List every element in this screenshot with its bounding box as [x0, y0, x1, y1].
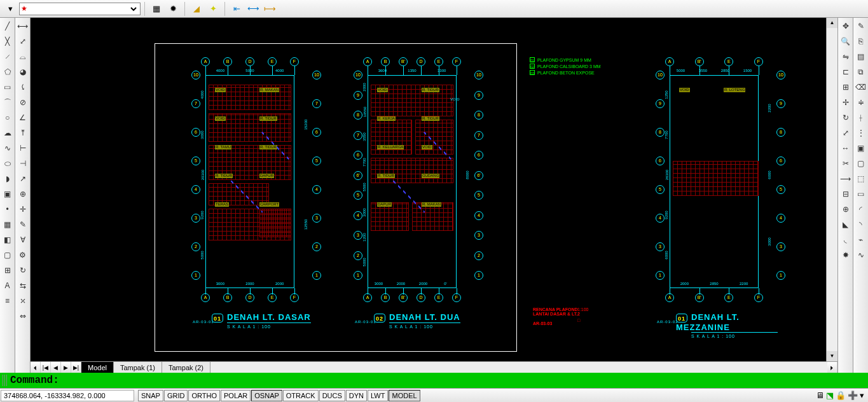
- hatch-icon[interactable]: ▦: [1, 218, 15, 232]
- dim-icon[interactable]: ⟷: [16, 19, 30, 33]
- polygon-icon[interactable]: ⬠: [1, 65, 15, 79]
- tray-lock-icon[interactable]: 🔒: [836, 391, 846, 400]
- layer-select[interactable]: [27, 3, 139, 15]
- circle-icon[interactable]: ○: [1, 111, 15, 125]
- tab-tampak-1-[interactable]: Tampak (1): [114, 362, 162, 373]
- layers2-icon[interactable]: ▤: [854, 50, 868, 64]
- tray-menu-icon[interactable]: ▾: [860, 391, 864, 400]
- chamfer-icon[interactable]: ◣: [839, 218, 853, 232]
- toggle-ortho[interactable]: ORTHO: [188, 390, 220, 401]
- toggle-ducs[interactable]: DUCS: [319, 390, 345, 401]
- command-line[interactable]: Command:: [0, 373, 868, 388]
- vscrollbar[interactable]: ▲ ▼: [826, 18, 837, 361]
- ungroup-icon[interactable]: ▢: [854, 156, 868, 170]
- splinedit-icon[interactable]: ∿: [854, 248, 868, 262]
- scroll-up-icon[interactable]: ▲: [827, 18, 837, 28]
- center-icon[interactable]: ✛: [16, 202, 30, 216]
- ellipse-icon[interactable]: ⬭: [1, 156, 15, 170]
- move-icon[interactable]: ✢: [839, 95, 853, 109]
- toggle-dyn[interactable]: DYN: [346, 390, 367, 401]
- baseline-icon[interactable]: ⊢: [16, 141, 30, 155]
- jog-icon[interactable]: ⤹: [16, 80, 30, 94]
- grip-icon[interactable]: [3, 375, 8, 386]
- break-icon[interactable]: ⊟: [839, 187, 853, 201]
- revcloud-icon[interactable]: ☁: [1, 126, 15, 140]
- line-icon[interactable]: ╱: [1, 19, 15, 33]
- offset-icon[interactable]: ⊏: [839, 65, 853, 79]
- dropdown-icon[interactable]: ▾: [3, 2, 18, 16]
- arc-dim-icon[interactable]: ⌓: [16, 50, 30, 64]
- region-icon[interactable]: ▢: [1, 248, 15, 262]
- erase-icon[interactable]: ⌫: [854, 80, 868, 94]
- divide-icon[interactable]: ⋮: [854, 126, 868, 140]
- arc2-icon[interactable]: ◝: [854, 218, 868, 232]
- pedit-icon[interactable]: ⌁: [854, 233, 868, 247]
- dim2-icon[interactable]: ⤢: [16, 34, 30, 48]
- dimedit-icon[interactable]: ✎: [16, 218, 30, 232]
- toggle-lwt[interactable]: LWT: [368, 390, 388, 401]
- toggle-model[interactable]: MODEL: [389, 390, 420, 401]
- rectangle-icon[interactable]: ▭: [1, 80, 15, 94]
- tab-prev-icon[interactable]: ◀: [51, 362, 61, 373]
- stretch-icon[interactable]: ↔: [839, 141, 853, 155]
- continue-icon[interactable]: ⊣: [16, 156, 30, 170]
- revision-icon[interactable]: ◜: [854, 202, 868, 216]
- radius-icon[interactable]: ◕: [16, 65, 30, 79]
- layers-icon[interactable]: ▦: [149, 2, 164, 16]
- insert-icon[interactable]: ◢: [189, 2, 204, 16]
- dimupdate-icon[interactable]: ↻: [16, 263, 30, 277]
- ordinate-icon[interactable]: ⤒: [16, 126, 30, 140]
- trim-icon[interactable]: ✂: [839, 156, 853, 170]
- dimtedit-icon[interactable]: Ɐ: [16, 233, 30, 247]
- table-icon[interactable]: ⊞: [1, 263, 15, 277]
- tab-first-icon[interactable]: |◀: [41, 362, 51, 373]
- array-icon[interactable]: ⊞: [839, 80, 853, 94]
- extend-icon[interactable]: ⟶: [839, 172, 853, 186]
- dimbreak-icon[interactable]: ⤫: [16, 294, 30, 308]
- toggle-osnap[interactable]: OSNAP: [251, 390, 282, 401]
- diameter-icon[interactable]: ⊘: [16, 95, 30, 109]
- hscroll-right-icon[interactable]: ⏵: [827, 362, 837, 373]
- multiline-icon[interactable]: ≡: [1, 294, 15, 308]
- tray-annotate-icon[interactable]: ⬔: [826, 391, 834, 400]
- block-icon[interactable]: ▣: [1, 187, 15, 201]
- dim-cont-icon[interactable]: ⟼: [262, 2, 277, 16]
- spline-icon[interactable]: ∿: [1, 141, 15, 155]
- point-icon[interactable]: •: [1, 202, 15, 216]
- scale-icon[interactable]: ⤢: [839, 126, 853, 140]
- mirror-icon[interactable]: ⇋: [839, 50, 853, 64]
- dimspace-icon[interactable]: ⇔: [16, 309, 30, 323]
- rotate-icon[interactable]: ↻: [839, 111, 853, 125]
- zoom-icon[interactable]: 🔍: [839, 34, 853, 48]
- dimoverride-icon[interactable]: ⇆: [16, 279, 30, 293]
- toggle-polar[interactable]: POLAR: [221, 390, 251, 401]
- toggle-otrack[interactable]: OTRACK: [283, 390, 319, 401]
- group-icon[interactable]: ▣: [854, 141, 868, 155]
- light-icon[interactable]: ✦: [205, 2, 221, 16]
- model-canvas[interactable]: AABBDDEEFF400050004000300020002000101077…: [31, 18, 826, 361]
- toggle-grid[interactable]: GRID: [164, 390, 188, 401]
- leader-icon[interactable]: ↗: [16, 172, 30, 186]
- angular-icon[interactable]: ∠: [16, 111, 30, 125]
- xline-icon[interactable]: ╳: [1, 34, 15, 48]
- measure-icon[interactable]: ⟊: [854, 111, 868, 125]
- hscroll-left-icon[interactable]: ⏴: [31, 362, 41, 373]
- text-icon[interactable]: A: [1, 279, 15, 293]
- tolerance-icon[interactable]: ⊕: [16, 187, 30, 201]
- align-icon[interactable]: ≑: [854, 95, 868, 109]
- tab-last-icon[interactable]: ▶|: [71, 362, 81, 373]
- tab-model[interactable]: Model: [81, 362, 114, 373]
- join-icon[interactable]: ⊕: [839, 202, 853, 216]
- tab-next-icon[interactable]: ▶: [61, 362, 71, 373]
- fillet-icon[interactable]: ◟: [839, 233, 853, 247]
- dim-aligned-icon[interactable]: ⟷: [245, 2, 261, 16]
- ellipse-arc-icon[interactable]: ◗: [1, 172, 15, 186]
- scroll-down-icon[interactable]: ▼: [827, 351, 837, 361]
- copy-icon[interactable]: ⧉: [854, 65, 868, 79]
- tab-tampak-2-[interactable]: Tampak (2): [162, 362, 210, 373]
- toggle-snap[interactable]: SNAP: [138, 390, 163, 401]
- hscroll-track[interactable]: [210, 362, 827, 373]
- explode-icon[interactable]: ✸: [839, 248, 853, 262]
- polyline-icon[interactable]: ⟋: [1, 50, 15, 64]
- layer-combo[interactable]: ★: [19, 3, 141, 15]
